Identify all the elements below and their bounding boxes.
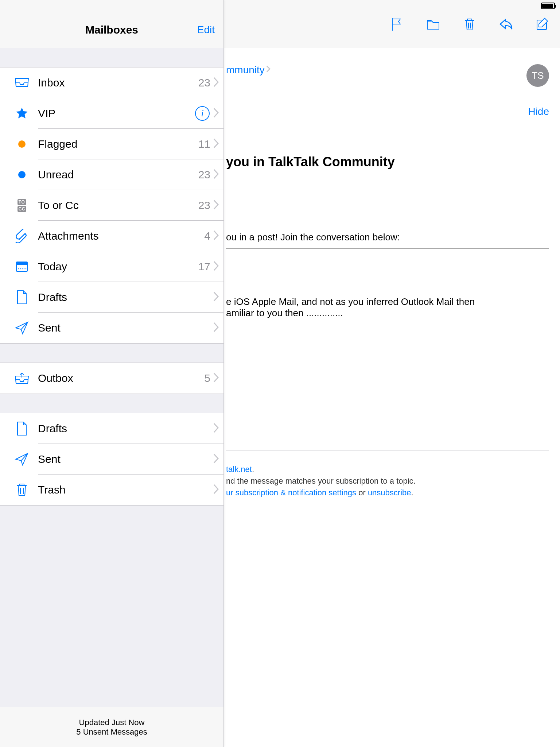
- svg-point-4: [20, 268, 21, 270]
- sidebar-title: Mailboxes: [85, 24, 138, 36]
- chevron-right-icon: [213, 260, 220, 273]
- trash-icon: [11, 483, 33, 497]
- mailbox-label: Attachments: [38, 230, 204, 242]
- reply-button[interactable]: [499, 17, 513, 31]
- star-icon: [11, 107, 33, 120]
- chevron-right-icon: [213, 107, 220, 120]
- mailbox-inbox[interactable]: Inbox 23: [0, 67, 223, 98]
- account-sent[interactable]: Sent: [0, 444, 223, 475]
- chevron-right-icon: [213, 138, 220, 150]
- email-footer: talk.net. nd the message matches your su…: [226, 450, 549, 499]
- draft-icon: [11, 421, 33, 436]
- info-icon[interactable]: i: [195, 106, 210, 121]
- chevron-right-icon: [213, 230, 220, 242]
- draft-icon: [11, 290, 33, 305]
- chevron-right-icon: [213, 322, 220, 334]
- calendar-icon: [11, 260, 33, 273]
- account-drafts[interactable]: Drafts: [0, 413, 223, 444]
- mailbox-label: Sent: [38, 453, 213, 465]
- footer-link-unsubscribe[interactable]: unsubscribe: [368, 488, 411, 497]
- svg-point-6: [24, 268, 25, 270]
- outbox-icon: [11, 372, 33, 384]
- message-subject: you in TalkTalk Community: [226, 154, 549, 170]
- mailbox-label: Outbox: [38, 372, 204, 384]
- mailbox-count: 23: [198, 199, 210, 212]
- compose-button[interactable]: [535, 17, 550, 31]
- hide-button[interactable]: Hide: [528, 106, 549, 117]
- mailbox-label: Drafts: [38, 291, 213, 303]
- chevron-right-icon: [213, 372, 220, 384]
- sidebar-header: Mailboxes Edit: [0, 12, 223, 48]
- mailbox-label: Sent: [38, 322, 213, 334]
- mailbox-label: Today: [38, 260, 198, 273]
- footer-link-subscription[interactable]: ur subscription & notification settings: [226, 488, 356, 497]
- mailbox-flagged[interactable]: Flagged 11: [0, 129, 223, 159]
- footer-link-domain[interactable]: talk.net: [226, 465, 252, 474]
- sidebar-footer: Updated Just Now 5 Unsent Messages: [0, 707, 223, 747]
- attachment-icon: [11, 229, 33, 243]
- chevron-right-icon: [213, 199, 220, 212]
- battery-icon: [541, 3, 555, 9]
- chevron-right-icon: [213, 291, 220, 303]
- mailbox-today[interactable]: Today 17: [0, 251, 223, 282]
- chevron-right-icon: [213, 484, 220, 496]
- mailbox-count: 4: [204, 230, 210, 242]
- mailbox-count: 11: [198, 138, 210, 150]
- mailbox-label: Inbox: [38, 77, 198, 89]
- mailbox-to-cc[interactable]: TOCC To or Cc 23: [0, 190, 223, 221]
- chevron-right-icon: [213, 169, 220, 181]
- unread-dot-icon: [11, 171, 33, 178]
- breadcrumb-sender[interactable]: mmunity: [226, 64, 271, 76]
- reply-line: amiliar to you then ..............: [226, 307, 549, 319]
- mailbox-unread[interactable]: Unread 23: [0, 159, 223, 190]
- mailbox-count: 23: [198, 169, 210, 181]
- mailbox-label: VIP: [38, 107, 195, 120]
- sent-icon: [11, 452, 33, 467]
- body-line: ou in a post! Join the conversation belo…: [226, 232, 549, 243]
- mailbox-drafts[interactable]: Drafts: [0, 282, 223, 313]
- svg-point-7: [26, 268, 27, 270]
- chevron-right-icon: [213, 77, 220, 89]
- flag-button[interactable]: [389, 17, 404, 31]
- mailbox-label: Trash: [38, 484, 213, 496]
- svg-point-5: [22, 268, 23, 270]
- mailbox-count: 23: [198, 77, 210, 89]
- flag-dot-icon: [11, 140, 33, 148]
- reply-line: e iOS Apple Mail, and not as you inferre…: [226, 296, 549, 307]
- mailbox-sent[interactable]: Sent: [0, 313, 223, 343]
- mailbox-label: Unread: [38, 169, 198, 181]
- chevron-right-icon: [213, 422, 220, 435]
- move-button[interactable]: [426, 17, 440, 31]
- footer-unsent: 5 Unsent Messages: [76, 727, 147, 737]
- avatar: TS: [526, 64, 549, 87]
- svg-point-3: [18, 268, 19, 270]
- account-trash[interactable]: Trash: [0, 475, 223, 505]
- footer-updated: Updated Just Now: [79, 718, 145, 727]
- inbox-icon: [11, 77, 33, 89]
- mailbox-vip[interactable]: VIP i: [0, 98, 223, 129]
- mailboxes-sidebar: Mailboxes Edit Inbox 23 VIP i Flagged 11: [0, 0, 224, 747]
- edit-button[interactable]: Edit: [197, 24, 215, 36]
- tocc-icon: TOCC: [11, 199, 33, 212]
- sent-icon: [11, 321, 33, 335]
- mailbox-label: Drafts: [38, 422, 213, 435]
- mailbox-count: 17: [198, 260, 210, 273]
- mailbox-count: 5: [204, 372, 210, 384]
- svg-rect-2: [17, 265, 27, 271]
- mailbox-label: To or Cc: [38, 199, 198, 212]
- delete-button[interactable]: [462, 17, 477, 31]
- chevron-right-icon: [213, 453, 220, 465]
- mailbox-label: Flagged: [38, 138, 198, 150]
- mailbox-outbox[interactable]: Outbox 5: [0, 363, 223, 394]
- mailbox-attachments[interactable]: Attachments 4: [0, 221, 223, 251]
